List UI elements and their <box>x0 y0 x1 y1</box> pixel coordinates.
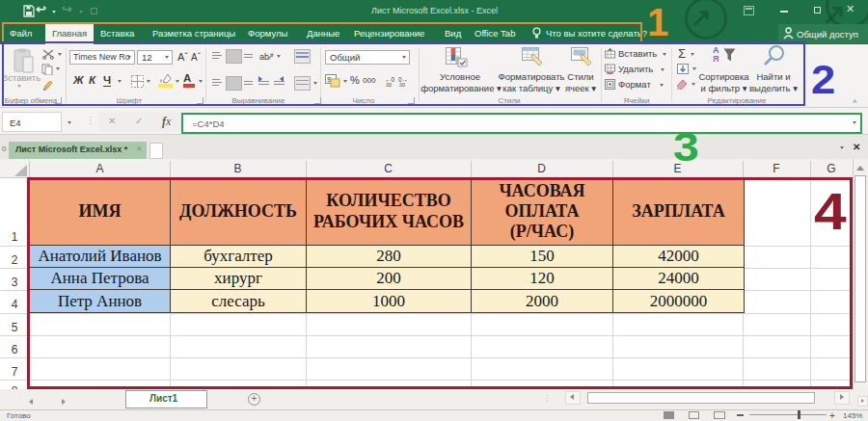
svg-text:.00: .00 <box>398 82 405 87</box>
svg-text:.00: .00 <box>385 82 392 87</box>
svg-text:ab: ab <box>259 52 269 62</box>
